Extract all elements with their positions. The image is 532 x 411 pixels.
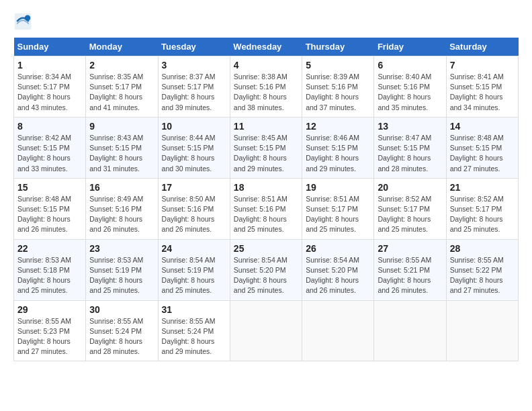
day-cell: 20Sunrise: 8:52 AMSunset: 5:17 PMDayligh… xyxy=(374,178,446,239)
day-number: 26 xyxy=(306,243,370,254)
day-detail: Sunrise: 8:41 AMSunset: 5:15 PMDaylight:… xyxy=(450,72,515,113)
day-number: 17 xyxy=(162,182,226,193)
day-number: 30 xyxy=(89,304,154,315)
day-number: 29 xyxy=(17,304,82,315)
day-cell: 4Sunrise: 8:38 AMSunset: 5:16 PMDaylight… xyxy=(230,56,302,118)
day-cell: 7Sunrise: 8:41 AMSunset: 5:15 PMDaylight… xyxy=(446,56,518,118)
day-detail: Sunrise: 8:55 AMSunset: 5:21 PMDaylight:… xyxy=(378,255,442,296)
day-cell: 30Sunrise: 8:55 AMSunset: 5:24 PMDayligh… xyxy=(86,300,158,361)
day-detail: Sunrise: 8:34 AMSunset: 5:17 PMDaylight:… xyxy=(17,72,82,113)
day-number: 10 xyxy=(162,121,226,132)
page-container: SundayMondayTuesdayWednesdayThursdayFrid… xyxy=(0,0,532,369)
day-detail: Sunrise: 8:51 AMSunset: 5:16 PMDaylight:… xyxy=(234,194,298,235)
day-cell: 6Sunrise: 8:40 AMSunset: 5:16 PMDaylight… xyxy=(374,56,446,118)
day-detail: Sunrise: 8:52 AMSunset: 5:17 PMDaylight:… xyxy=(450,194,515,235)
day-detail: Sunrise: 8:51 AMSunset: 5:17 PMDaylight:… xyxy=(306,194,370,235)
column-header-monday: Monday xyxy=(86,38,158,56)
column-header-wednesday: Wednesday xyxy=(230,38,302,56)
day-detail: Sunrise: 8:48 AMSunset: 5:15 PMDaylight:… xyxy=(450,133,515,174)
day-cell: 13Sunrise: 8:47 AMSunset: 5:15 PMDayligh… xyxy=(374,117,446,178)
day-detail: Sunrise: 8:47 AMSunset: 5:15 PMDaylight:… xyxy=(378,133,442,174)
day-cell: 18Sunrise: 8:51 AMSunset: 5:16 PMDayligh… xyxy=(230,178,302,239)
day-cell xyxy=(230,300,302,361)
logo-icon xyxy=(13,12,32,31)
day-number: 13 xyxy=(378,121,442,132)
day-detail: Sunrise: 8:44 AMSunset: 5:15 PMDaylight:… xyxy=(162,133,226,174)
day-cell: 24Sunrise: 8:54 AMSunset: 5:19 PMDayligh… xyxy=(158,239,230,300)
day-detail: Sunrise: 8:45 AMSunset: 5:15 PMDaylight:… xyxy=(234,133,298,174)
day-number: 31 xyxy=(162,304,226,315)
day-cell: 3Sunrise: 8:37 AMSunset: 5:17 PMDaylight… xyxy=(158,56,230,118)
day-cell: 12Sunrise: 8:46 AMSunset: 5:15 PMDayligh… xyxy=(302,117,374,178)
svg-point-1 xyxy=(25,15,31,21)
day-detail: Sunrise: 8:55 AMSunset: 5:24 PMDaylight:… xyxy=(89,316,154,357)
week-row-5: 29Sunrise: 8:55 AMSunset: 5:23 PMDayligh… xyxy=(14,300,519,361)
day-cell: 5Sunrise: 8:39 AMSunset: 5:16 PMDaylight… xyxy=(302,56,374,118)
day-number: 25 xyxy=(234,243,298,254)
logo xyxy=(13,12,35,31)
day-number: 27 xyxy=(378,243,442,254)
column-headers-row: SundayMondayTuesdayWednesdayThursdayFrid… xyxy=(14,38,519,56)
day-cell: 10Sunrise: 8:44 AMSunset: 5:15 PMDayligh… xyxy=(158,117,230,178)
week-row-3: 15Sunrise: 8:48 AMSunset: 5:15 PMDayligh… xyxy=(14,178,519,239)
day-number: 7 xyxy=(450,60,515,71)
day-number: 24 xyxy=(162,243,226,254)
day-detail: Sunrise: 8:40 AMSunset: 5:16 PMDaylight:… xyxy=(378,72,442,113)
day-detail: Sunrise: 8:46 AMSunset: 5:15 PMDaylight:… xyxy=(306,133,370,174)
day-cell: 25Sunrise: 8:54 AMSunset: 5:20 PMDayligh… xyxy=(230,239,302,300)
day-number: 19 xyxy=(306,182,370,193)
day-cell: 29Sunrise: 8:55 AMSunset: 5:23 PMDayligh… xyxy=(14,300,86,361)
day-detail: Sunrise: 8:49 AMSunset: 5:16 PMDaylight:… xyxy=(89,194,154,235)
day-number: 6 xyxy=(378,60,442,71)
day-cell: 26Sunrise: 8:54 AMSunset: 5:20 PMDayligh… xyxy=(302,239,374,300)
day-detail: Sunrise: 8:37 AMSunset: 5:17 PMDaylight:… xyxy=(162,72,226,113)
day-number: 15 xyxy=(17,182,82,193)
day-number: 21 xyxy=(450,182,515,193)
day-cell: 31Sunrise: 8:55 AMSunset: 5:24 PMDayligh… xyxy=(158,300,230,361)
day-number: 28 xyxy=(450,243,515,254)
day-number: 22 xyxy=(17,243,82,254)
day-detail: Sunrise: 8:43 AMSunset: 5:15 PMDaylight:… xyxy=(89,133,154,174)
day-number: 14 xyxy=(450,121,515,132)
day-cell: 19Sunrise: 8:51 AMSunset: 5:17 PMDayligh… xyxy=(302,178,374,239)
day-detail: Sunrise: 8:55 AMSunset: 5:23 PMDaylight:… xyxy=(17,316,82,357)
day-cell: 15Sunrise: 8:48 AMSunset: 5:15 PMDayligh… xyxy=(14,178,86,239)
day-detail: Sunrise: 8:55 AMSunset: 5:24 PMDaylight:… xyxy=(162,316,226,357)
day-number: 8 xyxy=(17,121,82,132)
day-cell: 9Sunrise: 8:43 AMSunset: 5:15 PMDaylight… xyxy=(86,117,158,178)
day-cell: 14Sunrise: 8:48 AMSunset: 5:15 PMDayligh… xyxy=(446,117,518,178)
day-cell: 8Sunrise: 8:42 AMSunset: 5:15 PMDaylight… xyxy=(14,117,86,178)
week-row-1: 1Sunrise: 8:34 AMSunset: 5:17 PMDaylight… xyxy=(14,56,519,118)
day-cell: 17Sunrise: 8:50 AMSunset: 5:16 PMDayligh… xyxy=(158,178,230,239)
day-detail: Sunrise: 8:53 AMSunset: 5:19 PMDaylight:… xyxy=(89,255,154,296)
day-detail: Sunrise: 8:53 AMSunset: 5:18 PMDaylight:… xyxy=(17,255,82,296)
day-detail: Sunrise: 8:54 AMSunset: 5:19 PMDaylight:… xyxy=(162,255,226,296)
day-number: 4 xyxy=(234,60,298,71)
day-number: 18 xyxy=(234,182,298,193)
day-number: 5 xyxy=(306,60,370,71)
day-number: 23 xyxy=(89,243,154,254)
day-cell: 11Sunrise: 8:45 AMSunset: 5:15 PMDayligh… xyxy=(230,117,302,178)
day-number: 1 xyxy=(17,60,82,71)
day-detail: Sunrise: 8:42 AMSunset: 5:15 PMDaylight:… xyxy=(17,133,82,174)
column-header-friday: Friday xyxy=(374,38,446,56)
day-cell: 28Sunrise: 8:55 AMSunset: 5:22 PMDayligh… xyxy=(446,239,518,300)
day-cell: 23Sunrise: 8:53 AMSunset: 5:19 PMDayligh… xyxy=(86,239,158,300)
column-header-saturday: Saturday xyxy=(446,38,518,56)
day-number: 16 xyxy=(89,182,154,193)
day-number: 9 xyxy=(89,121,154,132)
day-number: 12 xyxy=(306,121,370,132)
day-detail: Sunrise: 8:52 AMSunset: 5:17 PMDaylight:… xyxy=(378,194,442,235)
day-detail: Sunrise: 8:54 AMSunset: 5:20 PMDaylight:… xyxy=(306,255,370,296)
day-cell xyxy=(446,300,518,361)
day-detail: Sunrise: 8:50 AMSunset: 5:16 PMDaylight:… xyxy=(162,194,226,235)
day-detail: Sunrise: 8:39 AMSunset: 5:16 PMDaylight:… xyxy=(306,72,370,113)
day-cell: 2Sunrise: 8:35 AMSunset: 5:17 PMDaylight… xyxy=(86,56,158,118)
week-row-4: 22Sunrise: 8:53 AMSunset: 5:18 PMDayligh… xyxy=(14,239,519,300)
column-header-thursday: Thursday xyxy=(302,38,374,56)
header xyxy=(13,12,519,31)
day-detail: Sunrise: 8:35 AMSunset: 5:17 PMDaylight:… xyxy=(89,72,154,113)
day-cell: 22Sunrise: 8:53 AMSunset: 5:18 PMDayligh… xyxy=(14,239,86,300)
day-number: 11 xyxy=(234,121,298,132)
day-detail: Sunrise: 8:48 AMSunset: 5:15 PMDaylight:… xyxy=(17,194,82,235)
